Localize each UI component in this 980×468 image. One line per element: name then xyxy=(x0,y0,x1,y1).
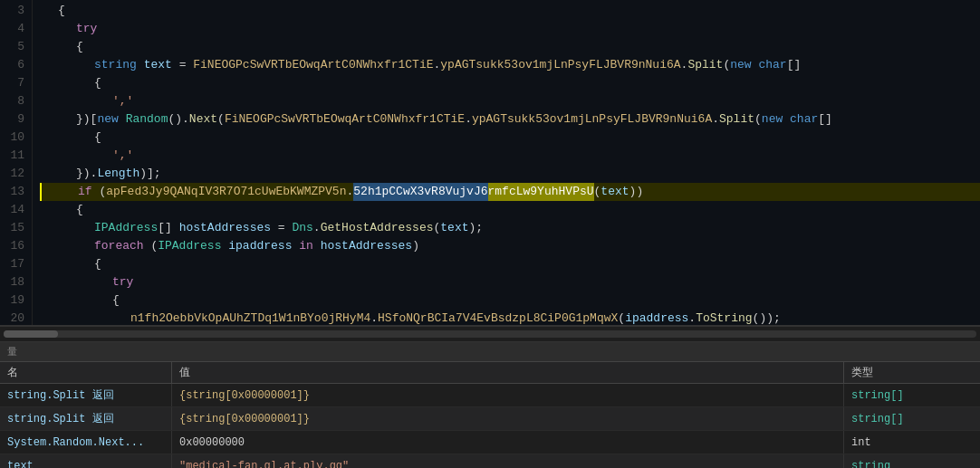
code-line-highlighted: if ( apFed3Jy9QANqIV3R7O71cUwEbKWMZPV5n … xyxy=(40,183,980,201)
row-value: {string[0x00000001]} xyxy=(172,384,844,406)
col-name-header: 名 xyxy=(0,362,172,383)
code-line: { xyxy=(40,38,980,56)
line-numbers: 3 4 5 6 7 8 9 10 11 12 13 14 15 16 17 18… xyxy=(0,0,33,325)
code-line: { xyxy=(40,2,980,20)
row-type: string[] xyxy=(844,407,980,430)
row-name: string.Split 返回 xyxy=(0,407,172,430)
col-type-header: 类型 xyxy=(844,362,980,383)
row-value: 0x00000000 xyxy=(172,431,844,454)
code-line: ',' xyxy=(40,147,980,165)
scroll-thumb[interactable] xyxy=(4,330,58,338)
code-line: IPAddress [] hostAddresses = Dns . GetHo… xyxy=(40,219,980,237)
horizontal-scrollbar[interactable] xyxy=(0,326,980,342)
row-type: string xyxy=(844,454,980,468)
row-type: string[] xyxy=(844,384,980,406)
locals-row[interactable]: string.Split 返回 {string[0x00000001]} str… xyxy=(0,407,980,431)
row-name: System.Random.Next... xyxy=(0,431,172,454)
row-value: {string[0x00000001]} xyxy=(172,407,844,430)
locals-row[interactable]: System.Random.Next... 0x00000000 int xyxy=(0,431,980,454)
code-line: }).Length)]; xyxy=(40,165,980,183)
locals-header: 量 xyxy=(0,342,980,362)
row-name: text xyxy=(0,454,172,468)
locals-panel: 量 名 值 类型 string.Split 返回 {string[0x00000… xyxy=(0,342,980,468)
row-value: "medical-fan.gl.at.ply.gg" xyxy=(172,454,844,468)
code-line: { xyxy=(40,74,980,92)
code-line: n1fh2OebbVkOpAUhZTDq1W1nBYo0jRHyM4 . HSf… xyxy=(40,310,980,325)
code-line: { xyxy=(40,255,980,273)
locals-title: 量 xyxy=(7,345,17,358)
code-content[interactable]: { try { string text = FiNEOGPcSwVRTbEOwq… xyxy=(33,0,980,325)
scroll-track[interactable] xyxy=(4,330,976,338)
code-line: { xyxy=(40,291,980,310)
row-name: string.Split 返回 xyxy=(0,384,172,406)
code-line: { xyxy=(40,201,980,219)
editor-container: 3 4 5 6 7 8 9 10 11 12 13 14 15 16 17 18… xyxy=(0,0,980,468)
col-value-header: 值 xyxy=(172,362,844,383)
code-editor[interactable]: 3 4 5 6 7 8 9 10 11 12 13 14 15 16 17 18… xyxy=(0,0,980,326)
code-line: try xyxy=(40,273,980,291)
code-line: { xyxy=(40,129,980,147)
code-line: try xyxy=(40,20,980,38)
code-line: ',' xyxy=(40,92,980,110)
locals-columns: 名 值 类型 xyxy=(0,362,980,384)
code-line: foreach ( IPAddress ipaddress in hostAdd… xyxy=(40,237,980,255)
row-type: int xyxy=(844,431,980,454)
locals-row[interactable]: text "medical-fan.gl.at.ply.gg" string xyxy=(0,454,980,468)
code-line: string text = FiNEOGPcSwVRTbEOwqArtC0NWh… xyxy=(40,56,980,74)
locals-row[interactable]: string.Split 返回 {string[0x00000001]} str… xyxy=(0,384,980,407)
code-line: })[new Random().Next(FiNEOGPcSwVRTbEOwqA… xyxy=(40,110,980,129)
